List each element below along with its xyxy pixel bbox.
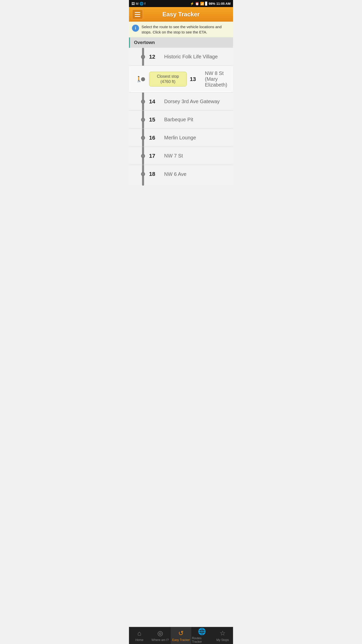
bluetooth-icon: ⚡	[190, 2, 194, 6]
status-left-icons: 🖼 M 🌐 f	[131, 2, 145, 6]
closest-stop-badge: Closest stop(4760 ft)	[149, 72, 187, 87]
stop-number: 14	[149, 98, 162, 105]
stop-name: Historic Folk Life Village	[164, 54, 229, 60]
stop-dot-16	[141, 136, 145, 140]
stop-name: Dorsey 3rd Ave Gateway	[164, 99, 229, 104]
stop-name: NW 7 St	[164, 153, 229, 159]
list-item[interactable]: 14 Dorsey 3rd Ave Gateway	[129, 93, 233, 111]
stop-name: NW 6 Ave	[164, 171, 229, 177]
info-text: Select the route to see the vehicle loca…	[142, 24, 230, 35]
stop-number: 13	[190, 76, 202, 83]
stop-number: 15	[149, 116, 162, 123]
stop-number: 16	[149, 135, 162, 141]
info-banner: i Select the route to see the vehicle lo…	[129, 22, 233, 37]
stop-name: Barbeque Pit	[164, 117, 229, 123]
menu-icon-line3	[135, 16, 140, 17]
photo-icon: 🖼	[131, 2, 135, 6]
stop-dot-18	[141, 172, 145, 176]
list-item[interactable]: 🚶 Closest stop(4760 ft) 13 NW 8 St (Mary…	[129, 66, 233, 93]
app-header: Easy Tracker	[129, 7, 233, 22]
menu-button[interactable]	[132, 9, 143, 19]
route-header[interactable]: Overtown	[129, 37, 233, 48]
stop-dot-12	[141, 55, 145, 59]
stop-name: NW 8 St (Mary Elizabeth)	[205, 70, 229, 88]
stop-number: 12	[149, 54, 162, 60]
list-item[interactable]: 15 Barbeque Pit	[129, 111, 233, 129]
facebook-icon: f	[145, 2, 146, 6]
stop-number: 17	[149, 153, 162, 159]
stops-container: 12 Historic Folk Life Village 🚶 Closest …	[129, 48, 233, 186]
status-bar: 🖼 M 🌐 f ⚡ ⏰ 📶 ▊ 98% 11:05 AM	[129, 0, 233, 7]
app-title: Easy Tracker	[143, 11, 219, 18]
time-display: 11:05 AM	[216, 2, 231, 6]
stop-dot-15	[141, 118, 145, 122]
menu-icon-line2	[135, 14, 140, 15]
stop-dot-14	[141, 100, 145, 104]
battery-level: 98%	[209, 2, 215, 6]
menu-icon-line1	[135, 12, 140, 13]
status-right-icons: ⚡ ⏰ 📶 ▊ 98% 11:05 AM	[190, 2, 231, 6]
mail-icon: M	[136, 2, 139, 6]
page-content: 🖼 M 🌐 f ⚡ ⏰ 📶 ▊ 98% 11:05 AM Easy Tracke…	[129, 0, 233, 203]
alarm-icon: ⏰	[195, 2, 199, 6]
wifi-icon: 📶	[200, 2, 204, 6]
signal-icon: ▊	[205, 2, 208, 6]
list-item[interactable]: 12 Historic Folk Life Village	[129, 48, 233, 66]
list-item[interactable]: 18 NW 6 Ave	[129, 165, 233, 183]
person-location-icon: 🚶	[135, 76, 142, 83]
stop-dot-17	[141, 154, 145, 158]
stop-number: 18	[149, 171, 162, 177]
list-item[interactable]: 17 NW 7 St	[129, 147, 233, 165]
route-name: Overtown	[134, 40, 155, 45]
info-icon: i	[132, 25, 139, 32]
list-item[interactable]: 16 Merlin Lounge	[129, 129, 233, 147]
browser-icon: 🌐	[140, 2, 144, 6]
stop-name: Merlin Lounge	[164, 135, 229, 141]
